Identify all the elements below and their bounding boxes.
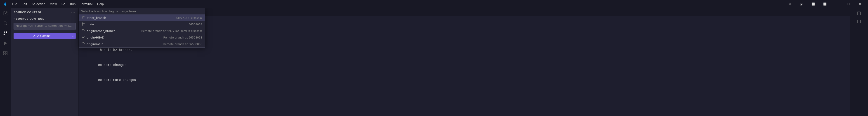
svg-rect-22: [857, 20, 861, 23]
right-panel-side-btn[interactable]: [855, 18, 863, 25]
branch-item-icon-2: [82, 29, 85, 33]
section-label: SOURCE CONTROL: [16, 18, 44, 20]
branch-item-hash-0: f39771ac: [176, 16, 189, 20]
right-panel-more-btn[interactable]: ···: [855, 26, 863, 33]
close-btn[interactable]: ✕: [855, 0, 865, 8]
menu-file[interactable]: File: [10, 2, 19, 6]
dropdown-item-3[interactable]: origin/HEADRemote branch at 36508058: [79, 34, 205, 41]
svg-point-12: [82, 18, 83, 19]
menu-go[interactable]: Go: [60, 2, 67, 6]
branch-search: [79, 8, 205, 15]
branch-item-name-0: other_branch: [87, 16, 173, 20]
svg-point-4: [4, 34, 5, 35]
branch-item-tag-2: remote branches: [181, 29, 202, 32]
sidebar-more-btn[interactable]: ···: [71, 10, 76, 15]
sidebar: Source Control ··· ▾ SOURCE CONTROL ✓ ✓ …: [11, 8, 79, 116]
svg-point-15: [82, 25, 83, 26]
commit-dropdown-btn[interactable]: ⌄: [70, 33, 76, 39]
activity-run-debug[interactable]: [1, 39, 10, 48]
dropdown-item-1[interactable]: main36508058: [79, 21, 205, 28]
code-line-2: This is b2 branch.: [90, 48, 850, 52]
branch-item-tag-0: branches: [191, 16, 202, 19]
commit-message-input[interactable]: [13, 23, 76, 30]
branch-item-icon-3: [82, 36, 85, 40]
menu-run[interactable]: Run: [68, 2, 78, 6]
code-line-3: Do some changes: [90, 63, 850, 68]
branch-item-icon-1: [82, 22, 85, 26]
title-bar-left: File Edit Selection View Go Run Terminal…: [3, 2, 105, 6]
svg-point-0: [4, 22, 6, 24]
title-bar-right: ⊞ ▣ ⬜ ⬜ — ❐ ✕: [784, 0, 865, 8]
title-bar: File Edit Selection View Go Run Terminal…: [0, 0, 868, 8]
menu-view[interactable]: View: [48, 2, 59, 6]
svg-point-13: [84, 17, 85, 18]
branch-item-icon-0: [82, 16, 85, 20]
menu-bar: File Edit Selection View Go Run Terminal…: [10, 2, 105, 6]
activity-search[interactable]: [1, 19, 10, 28]
dropdown-item-4[interactable]: origin/mainRemote branch at 36508058: [79, 41, 205, 47]
layout-icon-btn[interactable]: ⊞: [784, 0, 795, 8]
vscode-icon: [3, 2, 7, 6]
svg-point-3: [6, 32, 7, 32]
activity-explorer[interactable]: [1, 9, 10, 18]
svg-line-1: [6, 24, 7, 25]
commit-arrow-icon: ⌄: [72, 34, 74, 37]
svg-point-2: [4, 32, 5, 32]
restore-btn[interactable]: ❐: [843, 0, 854, 8]
branch-item-icon-4: [82, 42, 85, 46]
panel-toggle-btn[interactable]: ⬜: [808, 0, 818, 8]
svg-rect-9: [4, 53, 5, 55]
menu-help[interactable]: Help: [95, 2, 106, 6]
commit-btn-row: ✓ ✓ Commit ⌄: [11, 32, 79, 40]
menu-selection[interactable]: Selection: [30, 2, 47, 6]
svg-marker-6: [4, 42, 7, 45]
sidebar-toggle-btn[interactable]: ▣: [796, 0, 807, 8]
section-chevron: ▾: [13, 18, 15, 20]
dropdown-item-0[interactable]: other_branchf39771acbranches: [79, 15, 205, 21]
dropdown-items: other_branchf39771acbranchesmain36508058…: [79, 15, 205, 47]
commit-message-area: [11, 21, 79, 32]
dropdown-item-2[interactable]: origin/other_branchRemote branch at f397…: [79, 28, 205, 34]
menu-edit[interactable]: Edit: [20, 2, 29, 6]
branch-item-name-1: main: [87, 23, 185, 26]
branch-item-desc-3: Remote branch at 36508058: [163, 36, 202, 39]
activity-source-control[interactable]: [1, 29, 10, 38]
minimize-btn[interactable]: —: [831, 0, 842, 8]
branch-item-desc-2: Remote branch at f39771ac: [141, 29, 179, 32]
sidebar-title: Source Control: [13, 11, 42, 14]
svg-point-16: [84, 23, 85, 24]
branch-item-name-3: origin/HEAD: [87, 36, 160, 39]
section-title-source-control[interactable]: ▾ SOURCE CONTROL: [11, 17, 79, 21]
right-panel-strip: ···: [850, 8, 868, 116]
branch-search-input[interactable]: [81, 9, 203, 13]
code-line-4: Do some more changes: [90, 77, 850, 83]
commit-button[interactable]: ✓ ✓ Commit: [13, 33, 70, 39]
branch-dropdown: other_branchf39771acbranchesmain36508058…: [79, 8, 205, 48]
source-control-section: ▾ SOURCE CONTROL ✓ ✓ Commit ⌄: [11, 17, 79, 40]
branch-item-name-4: origin/main: [87, 42, 160, 46]
commit-checkmark-icon: ✓: [33, 34, 35, 38]
split-editor-btn[interactable]: ⬜: [819, 0, 830, 8]
sidebar-header: Source Control ···: [11, 8, 79, 17]
branch-item-name-2: origin/other_branch: [87, 29, 138, 32]
menu-terminal[interactable]: Terminal: [79, 2, 94, 6]
main-layout: Source Control ··· ▾ SOURCE CONTROL ✓ ✓ …: [0, 8, 868, 116]
svg-rect-7: [4, 51, 5, 53]
activity-bar: [0, 8, 11, 116]
activity-extensions[interactable]: [1, 49, 10, 58]
svg-rect-8: [6, 51, 7, 53]
sidebar-header-icons: ···: [71, 10, 76, 15]
branch-item-desc-4: Remote branch at 36508058: [163, 43, 202, 46]
editor-area: ℹ README.md ✕ ℹ README.md 1 2 3 4 This i…: [79, 8, 850, 116]
branch-item-hash-1: 36508058: [188, 23, 202, 26]
svg-rect-10: [6, 53, 7, 55]
right-panel-layout-btn[interactable]: [855, 10, 863, 17]
commit-label: ✓ Commit: [37, 34, 50, 38]
